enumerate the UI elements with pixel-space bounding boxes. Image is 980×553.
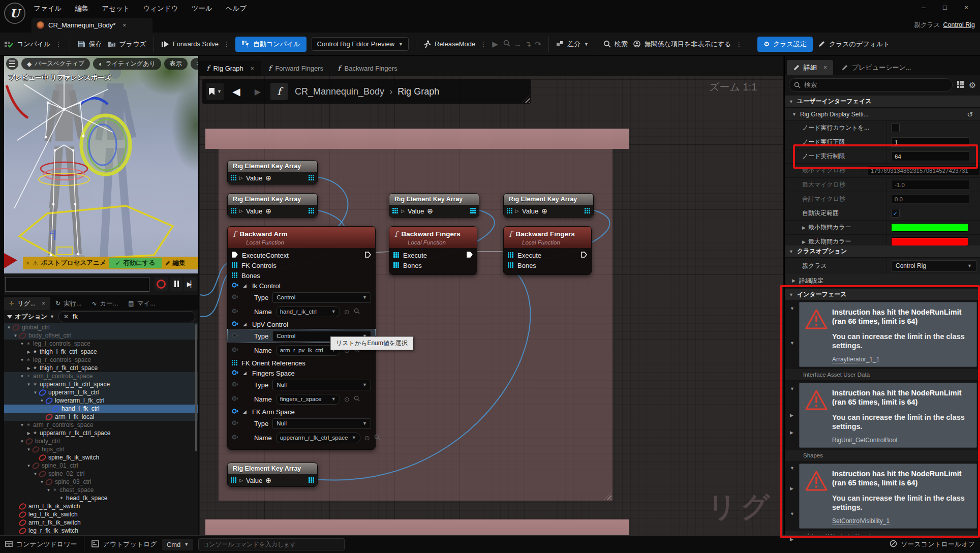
- options-dropdown[interactable]: オプション▼: [7, 313, 54, 321]
- expander-arrow[interactable]: ▼: [790, 306, 794, 311]
- breadcrumb-root[interactable]: CR_Mannequin_Body: [295, 86, 384, 97]
- menu-item-5[interactable]: ヘルプ: [226, 4, 247, 13]
- tab-preview-scene[interactable]: プレビューシーン...: [835, 60, 917, 75]
- exec-output-pin[interactable]: [365, 252, 371, 259]
- chevron-down-icon[interactable]: ▼: [6, 325, 12, 330]
- chevron-right-icon[interactable]: ▶: [802, 225, 806, 230]
- pin-row-execute[interactable]: Execute: [504, 250, 591, 260]
- array-pin[interactable]: [232, 359, 237, 367]
- name-dropdown[interactable]: upperarm_r_fk_ctrl_space▼: [276, 433, 360, 443]
- array-pin[interactable]: [508, 262, 513, 269]
- forward-button-disabled[interactable]: ▶: [249, 83, 266, 100]
- node-header[interactable]: fBackward FingersLocal Function: [389, 227, 477, 248]
- node-header[interactable]: Rig Element Key Array: [389, 194, 479, 205]
- tree-item-arm_l_fk_ik_switch[interactable]: arm_l_fk_ik_switch: [4, 502, 198, 510]
- output-pin[interactable]: [470, 207, 476, 215]
- advanced-settings-row[interactable]: ▶詳細設定: [785, 274, 980, 288]
- compile-button[interactable]: コンパイル⋮: [4, 40, 63, 49]
- show-dropdown[interactable]: 表示: [164, 58, 188, 70]
- viewport-menu-button[interactable]: [6, 58, 18, 70]
- enable-button[interactable]: ✓有効にする: [109, 258, 162, 268]
- pin-row-struct[interactable]: ◢FK Arm Space: [228, 407, 375, 417]
- back-button[interactable]: ◀: [228, 83, 245, 100]
- output-pin[interactable]: [309, 477, 314, 484]
- exec-output-pin[interactable]: [467, 252, 473, 259]
- tab-forward-fingers[interactable]: fForward Fingers: [261, 60, 330, 76]
- pin-row-bones[interactable]: Bones: [504, 260, 591, 270]
- chevron-down-icon[interactable]: ▼: [19, 358, 25, 362]
- expanded-icon[interactable]: ◢: [243, 283, 248, 288]
- expander-arrow[interactable]: ▼: [790, 466, 794, 471]
- expander-icon[interactable]: ▷: [239, 208, 243, 213]
- section-user-interface[interactable]: ▼ユーザーインターフェイス: [785, 96, 980, 108]
- more-options-icon[interactable]: ⋮: [55, 40, 63, 48]
- chevron-down-icon[interactable]: ▼: [46, 488, 51, 493]
- output-pin[interactable]: [309, 174, 314, 182]
- value-input[interactable]: 179769313486231570814527423731: [867, 166, 980, 175]
- value-input[interactable]: 0.0: [891, 194, 969, 204]
- expanded-icon[interactable]: ◢: [243, 322, 248, 327]
- node-header[interactable]: Rig Element Key Array: [228, 161, 317, 172]
- character-dropdown-cut[interactable]: キ: [191, 58, 198, 70]
- close-button[interactable]: ×: [956, 0, 977, 15]
- save-button[interactable]: 保存: [77, 40, 102, 49]
- tree-item-arm_l_fk_local[interactable]: arm_l_fk_local: [4, 413, 198, 421]
- chevron-down-icon[interactable]: ▼: [26, 464, 32, 468]
- tab-rig-graph[interactable]: fRig Graph×: [199, 60, 261, 76]
- parent-class-link[interactable]: Control Rig: [943, 21, 975, 28]
- exec-pin[interactable]: [232, 252, 238, 259]
- chevron-right-icon[interactable]: ▶: [802, 239, 806, 244]
- struct-pin[interactable]: [232, 321, 239, 328]
- tree-item-hand_l_fk_ctrl[interactable]: hand_l_fk_ctrl: [4, 405, 198, 413]
- close-icon[interactable]: ×: [122, 22, 126, 29]
- node-rig-element-key-array-2[interactable]: Rig Element Key Array▷Value⊕: [389, 193, 479, 218]
- tree-item-spine_01_ctrl[interactable]: ▼spine_01_ctrl: [4, 462, 198, 470]
- pin-row-execute[interactable]: Execute: [389, 250, 477, 260]
- tree-item-leg_l_controls_space[interactable]: ▼*leg_l_controls_space: [4, 340, 198, 348]
- expander-arrow[interactable]: ▶: [790, 486, 793, 491]
- checkbox[interactable]: [891, 124, 900, 132]
- pin-row-bones[interactable]: Bones: [389, 260, 477, 270]
- warning-node-link[interactable]: RigUnit_GetControlBool: [832, 437, 897, 444]
- color-swatch[interactable]: [891, 237, 968, 246]
- name-dropdown[interactable]: hand_r_ik_ctrl▼: [276, 306, 340, 317]
- close-icon[interactable]: ×: [26, 260, 29, 267]
- section-interface[interactable]: ▼インターフェース: [785, 289, 980, 301]
- display-filter-icon[interactable]: [957, 80, 965, 90]
- tree-item-hips_ctrl[interactable]: ▼hips_ctrl: [4, 445, 198, 453]
- tab-details[interactable]: 詳細×: [787, 60, 833, 75]
- node-header[interactable]: fBackward FingersLocal Function: [504, 227, 591, 248]
- more-options-icon[interactable]: ⋮: [480, 40, 487, 48]
- details-search-input[interactable]: 検索: [789, 78, 953, 91]
- add-element-icon[interactable]: ⊕: [265, 476, 271, 484]
- node-rig-element-key-array-4[interactable]: Rig Element Key Array▷Value⊕: [227, 463, 318, 487]
- pin-row-array[interactable]: FK Orient References: [228, 358, 375, 368]
- tree-scrollbar[interactable]: [195, 324, 197, 451]
- diff-dropdown[interactable]: 差分▼: [556, 40, 589, 49]
- node-rig-element-key-array-1[interactable]: Rig Element Key Array▷Value⊕: [227, 193, 318, 218]
- edit-button[interactable]: 編集: [165, 259, 186, 267]
- enum-dropdown[interactable]: Control▼: [272, 292, 371, 303]
- hidden-pin[interactable]: [232, 420, 239, 427]
- pin-row-struct[interactable]: ◢Ik Control: [228, 281, 375, 291]
- menu-item-4[interactable]: ツール: [192, 4, 212, 13]
- tab-my-blueprint[interactable]: ▤マイ...: [123, 297, 160, 310]
- chevron-down-icon[interactable]: ▼: [19, 342, 25, 346]
- warning-node-link[interactable]: ArrayIterator_1_1: [832, 356, 879, 363]
- close-icon[interactable]: ×: [42, 300, 45, 307]
- checkbox[interactable]: ✓: [891, 209, 900, 218]
- class-defaults-button[interactable]: クラスのデフォルト: [818, 40, 890, 49]
- tree-item-upperarm_l_fk_ctrl[interactable]: ▼upperarm_l_fk_ctrl: [4, 388, 198, 396]
- comment-band-top[interactable]: [205, 129, 629, 149]
- auto-compile-button[interactable]: 自動コンパイル: [235, 37, 307, 52]
- struct-pin[interactable]: [232, 370, 239, 377]
- pin-row-executecontext[interactable]: ExecuteContext: [228, 250, 375, 260]
- node-backward-fingers-0[interactable]: fBackward FingersLocal FunctionExecuteBo…: [389, 226, 477, 275]
- tab-rig-hierarchy[interactable]: ✛リグ...×: [4, 297, 50, 310]
- output-pin[interactable]: [585, 207, 590, 215]
- array-pin[interactable]: [508, 252, 513, 259]
- console-command-input[interactable]: コンソールコマンドを入力します: [198, 538, 345, 550]
- struct-pin[interactable]: [232, 282, 239, 290]
- chevron-right-icon[interactable]: ▶: [26, 350, 32, 354]
- add-element-icon[interactable]: ⊕: [541, 207, 547, 215]
